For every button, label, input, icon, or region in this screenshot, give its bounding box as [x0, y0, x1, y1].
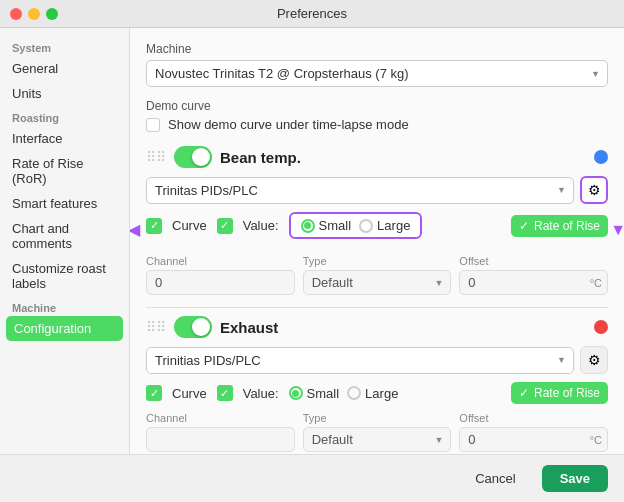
exhaust-select-row: Trinitias PIDs/PLC ⚙ [146, 346, 608, 374]
checkmark-icon2: ✓ [220, 219, 229, 232]
exhaust-large-radio-circle [347, 386, 361, 400]
demo-curve-label: Demo curve [146, 99, 608, 113]
bean-small-label: Small [319, 218, 352, 233]
sidebar-item-general[interactable]: General [0, 56, 129, 81]
exhaust-section-name: Exhaust [220, 319, 278, 336]
exhaust-offset-unit: °C [590, 434, 602, 446]
bean-channel-col: Channel [146, 255, 295, 295]
exhaust-offset-wrapper: °C [459, 427, 608, 452]
sidebar-item-smart-features[interactable]: Smart features [0, 191, 129, 216]
bean-offset-input[interactable] [459, 270, 608, 295]
cancel-button[interactable]: Cancel [459, 465, 531, 492]
sidebar: System General Units Roasting Interface … [0, 28, 130, 454]
bean-large-radio[interactable]: Large [359, 218, 410, 233]
bean-ror-button[interactable]: ✓ Rate of Rise [511, 215, 608, 237]
bean-toggle-knob [192, 148, 210, 166]
bean-value-label: Value: [243, 218, 279, 233]
save-button[interactable]: Save [542, 465, 608, 492]
bean-offset-unit: °C [590, 277, 602, 289]
bean-curve-label: Curve [172, 218, 207, 233]
bean-channel-input[interactable] [146, 270, 295, 295]
bean-value-checkbox[interactable]: ✓ [217, 218, 233, 234]
sidebar-item-configuration[interactable]: Configuration [6, 316, 123, 341]
checkmark-icon4: ✓ [150, 387, 159, 400]
exhaust-curve-checkbox[interactable]: ✓ [146, 385, 162, 401]
bean-size-radio-group: Small Large [289, 212, 423, 239]
bean-type-col: Type Default [303, 255, 452, 295]
demo-curve-row: Show demo curve under time-lapse mode [146, 117, 608, 132]
window-title: Preferences [277, 6, 347, 21]
bean-ror-label: Rate of Rise [534, 219, 600, 233]
bean-color-dot[interactable] [594, 150, 608, 164]
exhaust-channel-col: Channel [146, 412, 295, 452]
exhaust-offset-label: Offset [459, 412, 608, 424]
exhaust-section-header: ⠿⠿ Exhaust [146, 316, 608, 338]
exhaust-value-checkbox[interactable]: ✓ [217, 385, 233, 401]
bean-drag-handle[interactable]: ⠿⠿ [146, 149, 166, 165]
bean-type-select[interactable]: Default [303, 270, 452, 295]
exhaust-section-left: ⠿⠿ Exhaust [146, 316, 278, 338]
checkmark-icon: ✓ [150, 219, 159, 232]
bean-offset-col: Offset °C [459, 255, 608, 295]
checkmark-icon3: ✓ [519, 219, 529, 233]
exhaust-gear-button[interactable]: ⚙ [580, 346, 608, 374]
sidebar-item-chart-comments[interactable]: Chart and comments [0, 216, 129, 256]
exhaust-type-select[interactable]: Default [303, 427, 452, 452]
exhaust-ror-label: Rate of Rise [534, 386, 600, 400]
bean-select-row: Trinitas PIDs/PLC ⚙ [146, 176, 608, 204]
maximize-button[interactable] [46, 8, 58, 20]
demo-curve-checkbox[interactable] [146, 118, 160, 132]
exhaust-toggle[interactable] [174, 316, 212, 338]
exhaust-size-row: Small Large [289, 386, 399, 401]
footer: Cancel Save [0, 454, 624, 502]
exhaust-type-col: Type Default [303, 412, 452, 452]
bean-offset-label: Offset [459, 255, 608, 267]
bean-gear-button[interactable]: ⚙ [580, 176, 608, 204]
machine-select[interactable]: Novustec Trinitas T2 @ Cropsterhaus (7 k… [146, 60, 608, 87]
bean-toggle[interactable] [174, 146, 212, 168]
bean-type-wrapper: Default [303, 270, 452, 295]
bean-curve-checkbox[interactable]: ✓ [146, 218, 162, 234]
bean-small-radio[interactable]: Small [301, 218, 352, 233]
close-button[interactable] [10, 8, 22, 20]
exhaust-ror-button[interactable]: ✓ Rate of Rise [511, 382, 608, 404]
exhaust-small-radio[interactable]: Small [289, 386, 340, 401]
exhaust-offset-input[interactable] [459, 427, 608, 452]
demo-curve-group: Demo curve Show demo curve under time-la… [146, 99, 608, 132]
exhaust-type-label: Type [303, 412, 452, 424]
sidebar-item-customize[interactable]: Customize roast labels [0, 256, 129, 296]
bean-section-name: Bean temp. [220, 149, 301, 166]
window-controls[interactable] [10, 8, 58, 20]
sidebar-section-system: System [0, 36, 129, 56]
exhaust-channel-input[interactable] [146, 427, 295, 452]
exhaust-pid-select[interactable]: Trinitias PIDs/PLC [146, 347, 574, 374]
bean-small-radio-circle [301, 219, 315, 233]
bean-pid-select[interactable]: Trinitas PIDs/PLC [146, 177, 574, 204]
sidebar-item-ror[interactable]: Rate of Rise (RoR) [0, 151, 129, 191]
exhaust-drag-handle[interactable]: ⠿⠿ [146, 319, 166, 335]
machine-select-wrapper: Novustec Trinitas T2 @ Cropsterhaus (7 k… [146, 60, 608, 87]
exhaust-value-label: Value: [243, 386, 279, 401]
exhaust-channels-row: Channel Type Default Offset °C [146, 412, 608, 452]
bean-channel-label: Channel [146, 255, 295, 267]
exhaust-large-radio[interactable]: Large [347, 386, 398, 401]
bean-offset-wrapper: °C [459, 270, 608, 295]
checkmark-icon6: ✓ [519, 386, 529, 400]
bean-large-label: Large [377, 218, 410, 233]
exhaust-small-radio-circle [289, 386, 303, 400]
exhaust-small-label: Small [307, 386, 340, 401]
exhaust-color-dot[interactable] [594, 320, 608, 334]
sidebar-item-units[interactable]: Units [0, 81, 129, 106]
minimize-button[interactable] [28, 8, 40, 20]
machine-label: Machine [146, 42, 608, 56]
bean-options-row: ✓ Curve ✓ Value: Small Larg [146, 212, 608, 239]
bean-channels-row: Channel Type Default Offset °C [146, 255, 608, 295]
bean-pid-wrapper: Trinitas PIDs/PLC [146, 177, 574, 204]
gear-icon: ⚙ [588, 182, 601, 198]
bean-section-right [594, 150, 608, 164]
exhaust-curve-label: Curve [172, 386, 207, 401]
exhaust-offset-col: Offset °C [459, 412, 608, 452]
sidebar-item-interface[interactable]: Interface [0, 126, 129, 151]
section-divider [146, 307, 608, 308]
sidebar-section-machine: Machine [0, 296, 129, 316]
